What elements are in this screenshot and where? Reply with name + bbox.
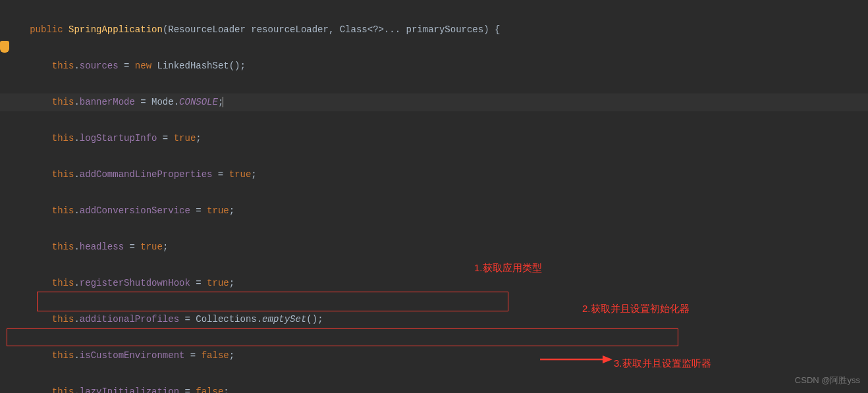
code-line: this.logStartupInfo = true; <box>0 130 868 148</box>
annotation-text-3: 3.获取并且设置监听器 <box>614 354 711 373</box>
annotation-text-1: 1.获取应用类型 <box>474 259 542 277</box>
code-line: this.registerShutdownHook = true; <box>0 275 868 293</box>
code-line-current: this.bannerMode = Mode.CONSOLE; <box>0 93 868 112</box>
code-line: this.addConversionService = true; <box>0 202 868 221</box>
code-line: this.headless = true; <box>0 238 868 257</box>
watermark: CSDN @阿胜yss <box>795 371 860 390</box>
code-line: this.sources = new LinkedHashSet(); <box>0 57 868 76</box>
annotation-text-2: 2.获取并且设置初始化器 <box>582 300 690 318</box>
code-line: this.additionalProfiles = Collections.em… <box>0 311 868 329</box>
code-line: this.addCommandLineProperties = true; <box>0 166 868 184</box>
code-line: public SpringApplication(ResourceLoader … <box>0 21 868 39</box>
code-line: this.isCustomEnvironment = false; <box>0 347 868 365</box>
code-line: this.lazyInitialization = false; <box>0 383 868 394</box>
code-editor[interactable]: public SpringApplication(ResourceLoader … <box>0 0 868 393</box>
